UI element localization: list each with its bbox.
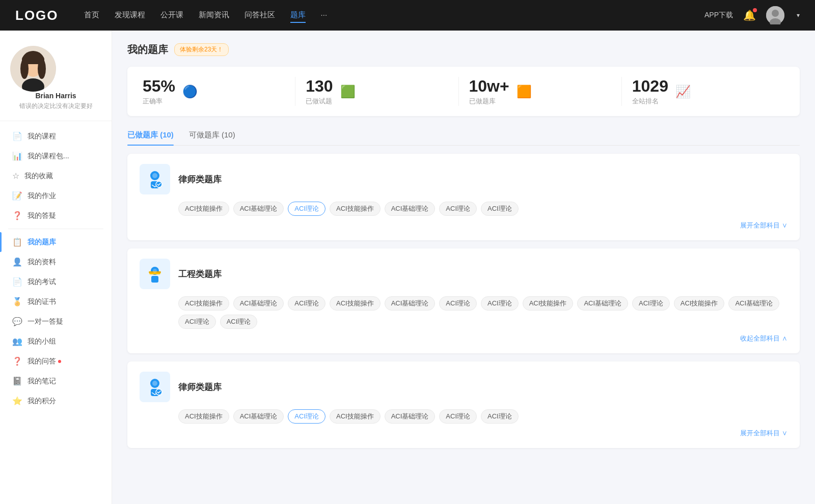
bank-tag-2-9[interactable]: ACI理论 xyxy=(632,296,670,311)
sidebar-item-我的资料[interactable]: 👤我的资料 xyxy=(0,252,112,272)
sidebar-label-我的题库: 我的题库 xyxy=(28,238,56,247)
sidebar-motto: 错误的决定比没有决定要好 xyxy=(10,102,101,110)
sidebar-label-我的课程: 我的课程 xyxy=(28,132,56,141)
sidebar-label-我的笔记: 我的笔记 xyxy=(28,377,56,386)
sidebar-item-我的作业[interactable]: 📝我的作业 xyxy=(0,186,112,206)
bank-tags-1: ACI技能操作ACI基础理论ACI理论ACI技能操作ACI基础理论ACI理论AC… xyxy=(140,202,787,216)
menu-dot-我的问答 xyxy=(58,360,61,363)
sidebar-item-我的答疑[interactable]: ❓我的答疑 xyxy=(0,206,112,226)
bank-tag-1-1[interactable]: ACI基础理论 xyxy=(233,202,284,216)
sidebar-icon-我的答疑: ❓ xyxy=(12,211,22,220)
bank-tag-3-5[interactable]: ACI理论 xyxy=(439,409,477,424)
sidebar-item-我的题库[interactable]: 📋我的题库 xyxy=(0,232,112,252)
sidebar-icon-我的笔记: 📓 xyxy=(12,376,22,386)
bank-tag-1-6[interactable]: ACI理论 xyxy=(481,202,519,216)
nav-link-问答社区[interactable]: 问答社区 xyxy=(244,8,275,23)
bank-icon-2 xyxy=(140,259,170,289)
bank-tag-2-1[interactable]: ACI基础理论 xyxy=(233,296,284,311)
bank-icon-1 xyxy=(140,164,170,194)
stat-value-1: 130 xyxy=(306,77,333,96)
bank-icon-3 xyxy=(140,372,170,402)
stat-value-3: 1029 xyxy=(632,77,668,96)
bank-tag-3-4[interactable]: ACI基础理论 xyxy=(385,409,436,424)
tab-item-1[interactable]: 可做题库 (10) xyxy=(189,126,235,145)
profile-avatar xyxy=(10,46,56,92)
sidebar-item-我的收藏[interactable]: ☆我的收藏 xyxy=(0,166,112,186)
bank-tag-2-2[interactable]: ACI理论 xyxy=(288,296,325,311)
user-dropdown-arrow[interactable]: ▾ xyxy=(797,12,800,19)
stat-item-2: 10w+已做题库🟧 xyxy=(459,77,622,106)
nav-logo: LOGO xyxy=(15,8,59,23)
bank-tag-1-5[interactable]: ACI理论 xyxy=(439,202,477,216)
avatar-svg xyxy=(766,6,784,24)
notification-bell[interactable]: 🔔 xyxy=(743,9,756,21)
sidebar-item-我的问答[interactable]: ❓我的问答 xyxy=(0,351,112,371)
sidebar-item-我的小组[interactable]: 👥我的小组 xyxy=(0,331,112,351)
bank-card-header-1: 律师类题库 xyxy=(140,164,787,194)
nav-link-公开课[interactable]: 公开课 xyxy=(160,8,183,23)
bank-tag-3-6[interactable]: ACI理论 xyxy=(481,409,519,424)
bank-tag-2-10[interactable]: ACI技能操作 xyxy=(674,296,725,311)
bank-tags-2: ACI技能操作ACI基础理论ACI理论ACI技能操作ACI基础理论ACI理论AC… xyxy=(140,296,787,329)
stat-icon-0: 🔵 xyxy=(182,85,198,99)
stat-label-1: 已做试题 xyxy=(306,97,333,106)
sidebar-item-我的课程[interactable]: 📄我的课程 xyxy=(0,126,112,146)
bank-card-header-2: 工程类题库 xyxy=(140,259,787,289)
nav-link-发现课程[interactable]: 发现课程 xyxy=(115,8,145,23)
page-title-row: 我的题库 体验剩余23天！ xyxy=(127,43,800,57)
sidebar-item-我的笔记[interactable]: 📓我的笔记 xyxy=(0,371,112,391)
tab-item-0[interactable]: 已做题库 (10) xyxy=(127,126,174,145)
bank-tag-2-4[interactable]: ACI基础理论 xyxy=(385,296,436,311)
bank-tag-3-0[interactable]: ACI技能操作 xyxy=(178,409,229,424)
bank-tag-1-0[interactable]: ACI技能操作 xyxy=(178,202,229,216)
stat-icon-2: 🟧 xyxy=(517,85,532,99)
page-wrapper: Brian Harris 错误的决定比没有决定要好 📄我的课程📊我的课程包...… xyxy=(0,31,815,504)
main-content: 我的题库 体验剩余23天！ 55%正确率🔵130已做试题🟩10w+已做题库🟧10… xyxy=(112,31,815,504)
bank-tag-2-8[interactable]: ACI基础理论 xyxy=(577,296,628,311)
stat-text-0: 55%正确率 xyxy=(143,77,175,106)
stat-icon-1: 🟩 xyxy=(340,85,356,99)
user-avatar[interactable] xyxy=(766,6,784,24)
bank-tag-2-7[interactable]: ACI技能操作 xyxy=(523,296,574,311)
sidebar-icon-我的考试: 📄 xyxy=(12,277,22,287)
sidebar-icon-我的题库: 📋 xyxy=(12,237,22,247)
bank-footer-1[interactable]: 展开全部科目 ∨ xyxy=(140,221,787,230)
nav-link-新闻资讯[interactable]: 新闻资讯 xyxy=(199,8,229,23)
bank-tag-2-0[interactable]: ACI技能操作 xyxy=(178,296,229,311)
sidebar-icon-我的资料: 👤 xyxy=(12,257,22,267)
sidebar-item-我的考试[interactable]: 📄我的考试 xyxy=(0,272,112,292)
sidebar-icon-我的作业: 📝 xyxy=(12,191,22,201)
bank-tag-2-3[interactable]: ACI技能操作 xyxy=(330,296,381,311)
bank-tag-1-2[interactable]: ACI理论 xyxy=(288,202,325,216)
bank-tag-2-12[interactable]: ACI理论 xyxy=(178,315,216,329)
bank-tag-1-4[interactable]: ACI基础理论 xyxy=(385,202,436,216)
sidebar-item-一对一答疑[interactable]: 💬一对一答疑 xyxy=(0,312,112,331)
profile-avatar-svg xyxy=(10,46,56,92)
bank-tag-1-3[interactable]: ACI技能操作 xyxy=(330,202,381,216)
nav-link-首页[interactable]: 首页 xyxy=(84,8,99,23)
nav-link-题库[interactable]: 题库 xyxy=(290,8,306,23)
stat-text-1: 130已做试题 xyxy=(306,77,333,106)
nav-link-···[interactable]: ··· xyxy=(321,8,328,23)
sidebar-item-我的课程包...[interactable]: 📊我的课程包... xyxy=(0,146,112,166)
bank-tag-2-5[interactable]: ACI理论 xyxy=(439,296,477,311)
bank-card-1: 律师类题库ACI技能操作ACI基础理论ACI理论ACI技能操作ACI基础理论AC… xyxy=(127,154,800,240)
bank-card-header-3: 律师类题库 xyxy=(140,372,787,402)
bank-tag-2-13[interactable]: ACI理论 xyxy=(220,315,258,329)
bank-tag-2-6[interactable]: ACI理论 xyxy=(481,296,519,311)
svg-point-18 xyxy=(153,269,157,273)
sidebar-item-我的积分[interactable]: ⭐我的积分 xyxy=(0,391,112,411)
sidebar-icon-我的收藏: ☆ xyxy=(12,171,19,181)
sidebar-item-我的证书[interactable]: 🏅我的证书 xyxy=(0,292,112,312)
app-download-link[interactable]: APP下载 xyxy=(704,11,733,20)
bank-tag-3-3[interactable]: ACI技能操作 xyxy=(330,409,381,424)
stat-text-3: 1029全站排名 xyxy=(632,77,668,106)
bank-footer-2[interactable]: 收起全部科目 ∧ xyxy=(140,334,787,343)
bank-footer-3[interactable]: 展开全部科目 ∨ xyxy=(140,429,787,438)
sidebar-icon-一对一答疑: 💬 xyxy=(12,317,22,326)
nav-right: APP下载 🔔 ▾ xyxy=(704,6,800,24)
bank-tag-3-2[interactable]: ACI理论 xyxy=(288,409,325,424)
sidebar-label-我的问答: 我的问答 xyxy=(28,357,56,366)
bank-tag-3-1[interactable]: ACI基础理论 xyxy=(233,409,284,424)
bank-tag-2-11[interactable]: ACI基础理论 xyxy=(728,296,779,311)
